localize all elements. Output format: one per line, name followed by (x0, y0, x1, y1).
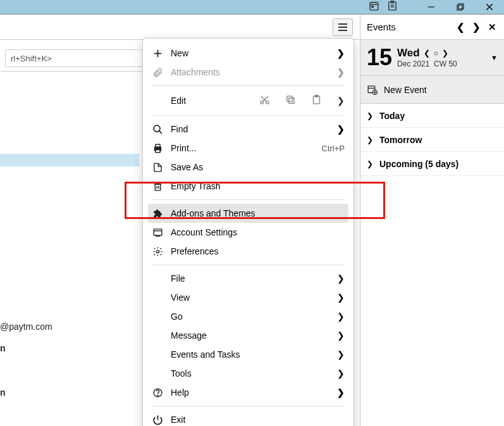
new-event-icon (367, 84, 378, 95)
tomorrow-label: Tomorrow (379, 135, 422, 145)
day-name: Wed (397, 47, 420, 60)
chevron-right-icon: ❯ (367, 111, 373, 120)
chevron-right-icon: ❯ (337, 124, 345, 134)
close-button[interactable] (475, 0, 504, 15)
menu-empty-trash[interactable]: Empty Trash (143, 177, 353, 196)
puzzle-icon (152, 208, 163, 219)
menu-edit-row: Edit ❯ (143, 90, 353, 111)
menu-attachments: Attachments ❯ (143, 63, 353, 82)
menu-print[interactable]: Print... Ctrl+P (143, 139, 353, 158)
tasks-icon[interactable] (387, 1, 398, 13)
save-icon (152, 162, 163, 173)
menu-attachments-label: Attachments (171, 67, 329, 77)
menu-print-shortcut: Ctrl+P (322, 144, 345, 153)
menu-message[interactable]: Message ❯ (143, 326, 353, 345)
help-icon (152, 387, 163, 398)
menu-exit[interactable]: Exit (143, 410, 353, 426)
menu-tools[interactable]: Tools ❯ (143, 364, 353, 383)
new-event-label: New Event (384, 85, 427, 95)
plus-icon (152, 48, 163, 59)
mini-today-icon[interactable]: ○ (434, 49, 438, 58)
account-icon (152, 227, 163, 238)
today-label: Today (379, 111, 405, 121)
chevron-right-icon[interactable]: ❯ (337, 96, 345, 106)
upcoming-label: Upcoming (5 days) (379, 159, 458, 169)
window-controls (417, 0, 504, 15)
minimize-button[interactable] (417, 0, 446, 15)
chevron-right-icon: ❯ (337, 67, 345, 77)
svg-rect-38 (155, 144, 159, 147)
chevron-right-icon: ❯ (367, 135, 373, 144)
date-header: 15 Wed ❮ ○ ❯ Dec 2021 CW 50 ▼ (360, 40, 504, 76)
new-event-button[interactable]: New Event (360, 76, 504, 104)
menu-print-label: Print... (171, 143, 314, 153)
chevron-right-icon: ❯ (337, 330, 345, 341)
mini-nav: ❮ ○ ❯ (424, 49, 448, 58)
events-title: Events (367, 22, 455, 32)
svg-point-46 (157, 395, 157, 396)
menu-edit-label: Edit (171, 96, 186, 106)
menu-view[interactable]: View ❯ (143, 288, 353, 307)
chevron-right-icon: ❯ (337, 311, 345, 322)
toolbar (0, 15, 359, 40)
menu-preferences[interactable]: Preferences (143, 242, 353, 261)
menu-account[interactable]: Account Settings (143, 223, 353, 242)
tomorrow-section[interactable]: ❯ Tomorrow (360, 128, 504, 152)
calendar-icon[interactable] (369, 1, 379, 13)
mini-next-icon[interactable]: ❯ (442, 49, 448, 58)
menu-addons[interactable]: Add-ons and Themes (148, 204, 348, 223)
cut-icon[interactable] (259, 94, 270, 107)
svg-point-35 (154, 125, 160, 132)
menu-saveas[interactable]: Save As (143, 158, 353, 177)
today-section[interactable]: ❯ Today (360, 104, 504, 128)
copy-icon[interactable] (285, 94, 296, 107)
chevron-right-icon: ❯ (367, 160, 373, 168)
menu-account-label: Account Settings (171, 227, 345, 237)
month-year: Dec 2021 (397, 60, 429, 68)
chevron-right-icon: ❯ (337, 387, 345, 398)
app-menu: New ❯ Attachments ❯ Edit ❯ Find ❯ Print.… (142, 38, 354, 426)
svg-line-36 (159, 130, 161, 133)
menu-new[interactable]: New ❯ (143, 44, 353, 63)
menu-file[interactable]: File ❯ (143, 269, 353, 288)
maximize-button[interactable] (446, 0, 475, 15)
close-panel-icon[interactable]: ✕ (487, 20, 498, 34)
menu-view-label: View (171, 292, 337, 303)
calendar-week: CW 50 (434, 60, 457, 68)
menu-go[interactable]: Go ❯ (143, 307, 353, 326)
chevron-right-icon: ❯ (337, 48, 345, 58)
mini-prev-icon[interactable]: ❮ (424, 49, 430, 58)
selection-highlight (0, 154, 139, 166)
print-icon (152, 143, 163, 154)
menu-find[interactable]: Find ❯ (143, 120, 353, 139)
menu-addons-label: Add-ons and Themes (171, 208, 345, 218)
next-icon[interactable]: ❯ (471, 20, 482, 34)
power-icon (152, 415, 163, 425)
app-menu-button[interactable] (333, 18, 353, 36)
svg-rect-39 (155, 149, 159, 152)
prev-icon[interactable]: ❮ (455, 20, 466, 34)
events-nav: ❮ ❯ ✕ (455, 20, 498, 34)
chevron-right-icon: ❯ (337, 368, 345, 379)
menu-tools-label: Tools (171, 368, 337, 379)
chevron-right-icon: ❯ (337, 349, 345, 360)
gear-icon (152, 246, 163, 257)
paste-icon[interactable] (311, 94, 322, 107)
svg-rect-34 (315, 95, 317, 97)
partial-letter-1: n (0, 343, 6, 353)
menu-help[interactable]: Help ❯ (143, 383, 353, 402)
partial-letter-2: n (0, 387, 6, 398)
svg-point-44 (156, 250, 159, 253)
menu-find-label: Find (171, 124, 329, 134)
search-icon (152, 124, 163, 135)
expand-icon[interactable]: ▼ (491, 54, 498, 61)
events-panel: Events ❮ ❯ ✕ 15 Wed ❮ ○ ❯ Dec 2021 CW 50… (360, 15, 504, 426)
svg-rect-11 (458, 4, 464, 9)
menu-events-tasks[interactable]: Events and Tasks ❯ (143, 345, 353, 364)
menu-go-label: Go (171, 311, 337, 322)
upcoming-section[interactable]: ❯ Upcoming (5 days) (360, 152, 504, 176)
menu-help-label: Help (171, 387, 329, 398)
partial-email: @paytm.com (0, 322, 52, 332)
window-titlebar (0, 0, 504, 15)
menu-message-label: Message (171, 330, 337, 341)
